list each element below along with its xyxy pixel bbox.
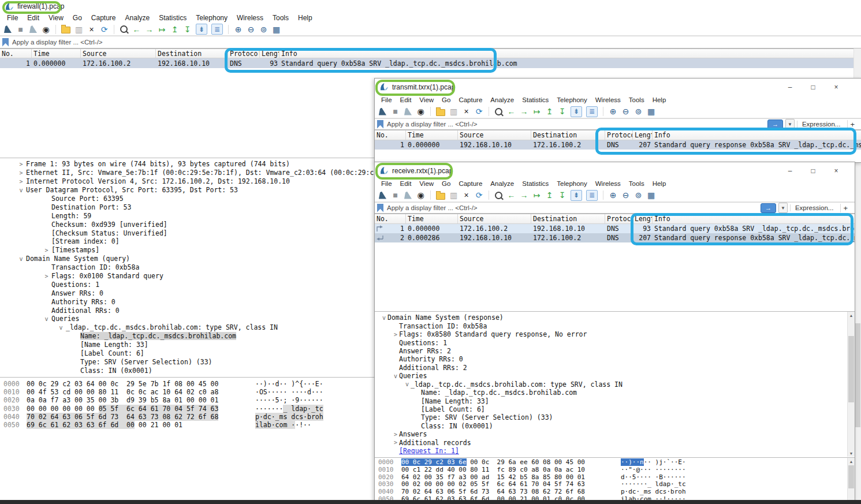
expression-button[interactable]: Expression... xyxy=(790,204,838,211)
menu-item-file[interactable]: File xyxy=(2,14,23,22)
menu-item-help[interactable]: Help xyxy=(648,96,670,103)
next-packet-icon[interactable]: → xyxy=(520,191,528,199)
expander-icon[interactable]: > xyxy=(16,161,26,167)
menu-item-wireless[interactable]: Wireless xyxy=(232,14,268,22)
column-header-length[interactable]: Length xyxy=(260,49,279,58)
zoom-in-icon[interactable]: ⊕ xyxy=(609,107,617,115)
menu-item-statistics[interactable]: Statistics xyxy=(154,14,191,22)
detail-line[interactable]: [Name Length: 33] xyxy=(375,397,855,405)
save-file-icon[interactable]: ▥ xyxy=(74,25,83,33)
menu-item-tools[interactable]: Tools xyxy=(625,96,648,103)
detail-line[interactable]: Questions: 1 xyxy=(375,338,855,346)
column-header-protocol[interactable]: Protocol xyxy=(228,49,260,58)
resize-columns-icon[interactable]: ▦ xyxy=(272,25,281,33)
expander-icon[interactable]: v xyxy=(381,315,387,321)
menu-item-go[interactable]: Go xyxy=(438,180,454,187)
detail-line[interactable]: >Additional records xyxy=(375,439,855,447)
open-file-icon[interactable] xyxy=(61,25,70,33)
detail-line[interactable]: Answer RRs: 2 xyxy=(375,347,855,355)
packet-list-empty-area[interactable] xyxy=(375,242,855,311)
menu-item-help[interactable]: Help xyxy=(293,14,317,22)
menu-item-capture[interactable]: Capture xyxy=(454,180,486,187)
scrollbar-thumb[interactable] xyxy=(848,465,854,488)
auto-scroll-toggle[interactable]: ⇟ xyxy=(571,106,582,117)
next-packet-icon[interactable]: → xyxy=(520,107,528,115)
detail-line[interactable]: Authority RRs: 0 xyxy=(375,355,855,363)
menu-item-statistics[interactable]: Statistics xyxy=(518,96,553,103)
expander-icon[interactable]: v xyxy=(392,373,399,379)
menu-item-view[interactable]: View xyxy=(415,180,438,187)
colorize-toggle[interactable]: ≣ xyxy=(586,190,598,201)
first-packet-icon[interactable]: ↥ xyxy=(170,25,179,33)
stop-capture-icon[interactable]: ■ xyxy=(391,107,400,115)
close-file-icon[interactable]: × xyxy=(462,107,471,115)
first-packet-icon[interactable]: ↥ xyxy=(545,191,554,199)
menu-item-go[interactable]: Go xyxy=(68,14,87,22)
expander-icon[interactable]: > xyxy=(392,431,399,438)
detail-line[interactable]: Transaction ID: 0xb58a xyxy=(375,322,855,330)
last-packet-icon[interactable]: ↧ xyxy=(558,107,566,115)
column-header-no[interactable]: No. xyxy=(375,130,406,140)
capture-options-icon[interactable]: ◉ xyxy=(416,191,425,199)
scrollbar-thumb[interactable] xyxy=(848,336,854,402)
menu-item-view[interactable]: View xyxy=(415,96,438,103)
zoom-in-icon[interactable]: ⊕ xyxy=(234,25,243,33)
add-filter-button[interactable]: + xyxy=(847,120,859,129)
menu-item-edit[interactable]: Edit xyxy=(396,96,416,103)
expander-icon[interactable]: v xyxy=(16,187,26,193)
restart-capture-fin-icon[interactable] xyxy=(404,108,412,115)
packet-row[interactable]: 10.000000192.168.10.10172.16.100.2DNS207… xyxy=(375,140,861,150)
menu-item-telephony[interactable]: Telephony xyxy=(191,14,232,22)
menu-item-file[interactable]: File xyxy=(377,180,396,187)
column-header-time[interactable]: Time xyxy=(406,214,458,223)
colorize-toggle[interactable]: ≣ xyxy=(586,106,598,117)
column-header-info[interactable]: Info xyxy=(653,214,855,223)
menu-item-tools[interactable]: Tools xyxy=(268,14,293,22)
detail-line[interactable]: Additional RRs: 2 xyxy=(375,364,855,372)
expander-icon[interactable]: v xyxy=(42,316,51,322)
expander-icon[interactable]: > xyxy=(392,439,399,446)
menu-item-wireless[interactable]: Wireless xyxy=(591,180,625,187)
menu-item-analyze[interactable]: Analyze xyxy=(486,180,518,187)
column-header-destination[interactable]: Destination xyxy=(531,130,605,140)
detail-line[interactable]: Name: _ldap._tcp.dc._msdcs.brohilab.com xyxy=(375,389,855,397)
apply-filter-button[interactable]: → xyxy=(761,203,776,213)
previous-packet-icon[interactable]: ← xyxy=(132,25,141,33)
expander-icon[interactable]: > xyxy=(42,273,51,279)
add-filter-button[interactable]: + xyxy=(840,204,852,212)
zoom-in-icon[interactable]: ⊕ xyxy=(609,191,617,199)
goto-packet-icon[interactable]: ↦ xyxy=(532,107,541,115)
stop-capture-icon[interactable]: ■ xyxy=(16,25,25,33)
apply-filter-button[interactable]: → xyxy=(767,120,783,129)
detail-line[interactable]: >Flags: 0x8580 Standard query response, … xyxy=(375,330,855,338)
menu-item-go[interactable]: Go xyxy=(438,96,454,103)
goto-packet-icon[interactable]: ↦ xyxy=(158,25,166,33)
find-packet-icon[interactable] xyxy=(120,25,128,33)
close-file-icon[interactable]: × xyxy=(462,191,471,199)
menu-item-statistics[interactable]: Statistics xyxy=(518,180,553,187)
previous-packet-icon[interactable]: ← xyxy=(507,191,516,199)
filter-bookmark-icon[interactable] xyxy=(2,38,9,47)
minimize-button[interactable]: – xyxy=(778,167,802,175)
display-filter-input[interactable] xyxy=(11,38,859,46)
hex-scrollbar[interactable]: ▲ xyxy=(847,458,855,502)
detail-line[interactable]: vQueries xyxy=(375,372,855,380)
column-header-destination[interactable]: Destination xyxy=(531,214,605,223)
column-header-time[interactable]: Time xyxy=(32,49,81,58)
reload-icon[interactable]: ⟳ xyxy=(475,107,483,115)
packet-row[interactable]: 10.000000172.16.100.2192.168.10.10DNS93S… xyxy=(0,58,861,68)
menu-item-tools[interactable]: Tools xyxy=(625,180,648,187)
resize-columns-icon[interactable]: ▦ xyxy=(647,191,655,199)
menu-item-telephony[interactable]: Telephony xyxy=(553,180,591,187)
column-header-length[interactable]: Length xyxy=(633,214,653,223)
find-packet-icon[interactable] xyxy=(494,108,503,115)
expander-icon[interactable]: v xyxy=(16,256,26,262)
stop-capture-icon[interactable]: ■ xyxy=(391,191,400,199)
column-header-protocol[interactable]: Protocol xyxy=(605,214,633,223)
previous-packet-icon[interactable]: ← xyxy=(507,107,516,115)
auto-scroll-toggle[interactable]: ⇟ xyxy=(196,24,207,35)
column-header-info[interactable]: Info xyxy=(653,130,861,140)
column-header-length[interactable]: Length xyxy=(633,130,653,140)
zoom-reset-icon[interactable]: ⊚ xyxy=(634,107,643,115)
reload-icon[interactable]: ⟳ xyxy=(475,191,483,199)
